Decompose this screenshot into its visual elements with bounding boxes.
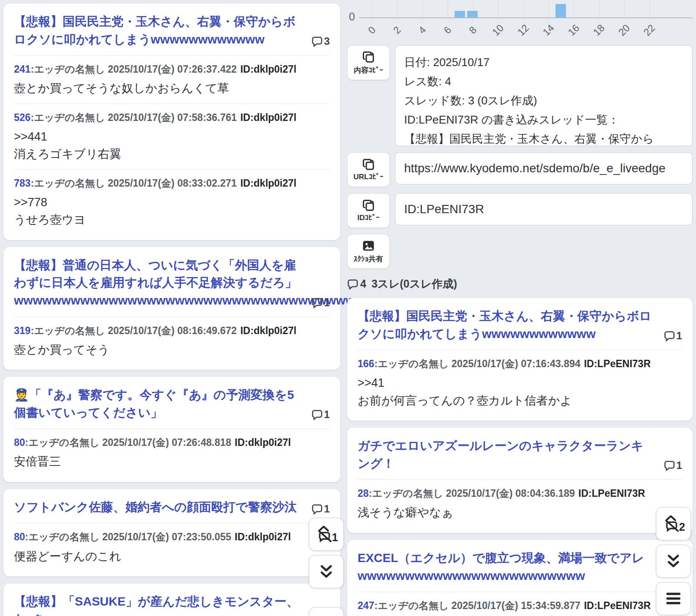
thread-title[interactable]: 👮「『あ』警察です。今すぐ『あ』の予測変換を5個書いていってください」: [14, 386, 301, 422]
chart-tick-label: 20: [614, 20, 634, 40]
post-body: >>778うせろ壺ウヨ: [14, 194, 330, 229]
thread-title[interactable]: 【悲報】国民民主党・玉木さん、右翼・保守からボロクソに叩かれてしまうwwwwww…: [14, 13, 301, 48]
post-id[interactable]: ID:LPeENI73R: [584, 358, 650, 369]
post-body-line: 壺とか買ってそうな奴しかおらんくて草: [14, 80, 330, 97]
post-number[interactable]: 166: [358, 358, 374, 369]
post-header: 80:エッヂの名無し2025/10/17(金) 07:23:50.055ID:d…: [14, 530, 330, 544]
copy-content-button[interactable]: 内容ｺﾋﾟｰ: [347, 45, 390, 80]
post-header: 319:エッヂの名無し2025/10/17(金) 08:16:49.672ID:…: [14, 324, 330, 338]
post-body-line: >>441: [14, 128, 330, 146]
post-body-line: >>778: [14, 194, 330, 211]
thread-title[interactable]: ガチでエロいアズールレーンのキャラクターランキング！: [358, 437, 653, 472]
post-number[interactable]: 80: [14, 437, 25, 448]
ng-count: 1: [332, 531, 338, 544]
chart-gridline: [574, 0, 574, 22]
post-number[interactable]: 319: [14, 325, 30, 336]
reply-count: 1: [676, 459, 682, 472]
post-datetime: 2025/10/17(金) 08:04:36.189: [446, 488, 575, 499]
chevrons-down-icon: [664, 552, 683, 571]
thread-title[interactable]: 【悲報】普通の日本人、ついに気づく「外国人を雇わずに日本人を雇用すれば人手不足解…: [14, 257, 301, 310]
copy-url-label: URLｺﾋﾟｰ: [354, 173, 384, 181]
speech-bubble-icon: [664, 330, 675, 341]
post-number[interactable]: 783: [14, 177, 30, 189]
post-header: 166:エッヂの名無し2025/10/17(金) 07:16:43.894ID:…: [358, 357, 682, 371]
post-datetime: 2025/10/17(金) 07:16:43.894: [452, 358, 581, 369]
post: 247:エッヂの名無し2025/10/17(金) 15:34:59.877ID:…: [358, 592, 682, 616]
scroll-down-button[interactable]: [656, 545, 691, 578]
reply-count: 1: [324, 503, 330, 515]
post: 526:エッヂの名無し2025/10/17(金) 07:58:36.761ID:…: [14, 104, 330, 169]
post-id[interactable]: ID:dklp0i27l: [235, 437, 291, 448]
copy-icon: [362, 199, 375, 212]
posts-per-hour-chart: 0 0246810121416182022: [347, 0, 693, 45]
post-body: 便器どーすんのこれ: [14, 548, 330, 566]
post-id[interactable]: ID:LPeENI73R: [579, 488, 645, 499]
post-id[interactable]: ID:dklp0i27l: [240, 325, 296, 336]
post-number[interactable]: 28: [358, 488, 369, 499]
copy-id-label: IDｺﾋﾟｰ: [358, 214, 380, 222]
id-field[interactable]: ID:LPeENI73R: [395, 193, 693, 225]
menu-button[interactable]: [656, 582, 691, 615]
post-header: 247:エッヂの名無し2025/10/17(金) 15:34:59.877ID:…: [358, 599, 682, 613]
url-field[interactable]: https://www.kyodemo.net/sdemo/b/e_e_live…: [395, 152, 693, 184]
thread-title[interactable]: EXCEL（エクセル）で腹立つ現象、満場一致でアレwwwwwwwwwwwwwww…: [358, 549, 653, 585]
post-body-line: 消えろゴキブリ右翼: [14, 145, 330, 163]
post-body: 安倍晋三: [14, 453, 330, 471]
post-id[interactable]: ID:LPeENI73R: [584, 600, 650, 611]
ng-filter-button[interactable]: 1: [309, 518, 344, 551]
post-number[interactable]: 247: [358, 600, 374, 611]
reply-count: 1: [324, 408, 330, 421]
chart-bar: [555, 4, 566, 17]
post-body-line: >>41: [358, 374, 682, 392]
chart-gridline: [397, 0, 398, 22]
post-datetime: 2025/10/17(金) 15:34:59.877: [452, 600, 581, 611]
menu-icon: [664, 589, 683, 608]
thread-card: 【悲報】国民民主党・玉木さん、右翼・保守からボロクソに叩かれてしまうwwwwww…: [3, 3, 340, 240]
speech-bubble-icon: [311, 409, 323, 420]
scroll-down-button[interactable]: [309, 555, 344, 588]
chart-tick-label: 18: [589, 20, 609, 40]
chart-gridline: [624, 0, 625, 22]
thread-title[interactable]: 【悲報】国民民主党・玉木さん、右翼・保守からボロクソに叩かれてしまうwwwwww…: [358, 308, 653, 343]
chart-gridline: [599, 0, 599, 22]
chart-gridline: [523, 0, 524, 22]
post-header: 783:エッヂの名無し2025/10/17(金) 08:33:02.271ID:…: [14, 177, 330, 190]
chart-tick-label: 8: [463, 20, 482, 40]
speech-bubble-icon: [311, 297, 323, 308]
post-id[interactable]: ID:dklp0i27l: [240, 177, 296, 189]
post-datetime: 2025/10/17(金) 08:16:49.672: [108, 325, 237, 336]
copy-content-label: 内容ｺﾋﾟｰ: [354, 65, 383, 75]
post-body: >>41お前が何言ってんの？壺カルト信者かよ: [358, 374, 682, 409]
thread-card: 【悲報】国民民主党・玉木さん、右翼・保守からボロクソに叩かれてしまうwwwwww…: [347, 298, 693, 421]
post-author: :エッヂの名無し: [30, 325, 105, 336]
post: 28:エッヂの名無し2025/10/17(金) 08:04:36.189ID:L…: [358, 479, 682, 528]
post-body: 壺とか買ってそうな奴しかおらんくて草: [14, 80, 330, 97]
chart-gridline: [498, 0, 499, 22]
post-id[interactable]: ID:dklp0i27l: [240, 64, 296, 75]
chart-gridline: [372, 0, 372, 22]
right-detail-column: 0 0246810121416182022 内容ｺﾋﾟｰ 日付: 2025/10…: [347, 0, 693, 616]
id-summary-box[interactable]: 日付: 2025/10/17レス数: 4スレッド数: 3 (0スレ作成)ID:L…: [395, 45, 693, 146]
reply-count-badge: 3: [311, 35, 330, 47]
post: 80:エッヂの名無し2025/10/17(金) 07:26:48.818ID:d…: [14, 429, 330, 477]
chart-tick-label: 0: [362, 20, 381, 40]
copy-url-button[interactable]: URLｺﾋﾟｰ: [347, 152, 390, 187]
copy-id-button[interactable]: IDｺﾋﾟｰ: [347, 193, 390, 228]
screenshot-share-label: ｽｸｼｮ共有: [354, 254, 383, 264]
ng-filter-button[interactable]: 2: [656, 507, 691, 540]
chart-gridline: [649, 0, 650, 22]
post-id[interactable]: ID:dklp0i27l: [240, 112, 296, 123]
post-number[interactable]: 80: [14, 531, 25, 542]
post: 319:エッヂの名無し2025/10/17(金) 08:16:49.672ID:…: [14, 317, 330, 365]
post-id[interactable]: ID:dklp0i27l: [235, 531, 291, 542]
id-summary-line: 【悲報】国民民主党・玉木さん、右翼・保守から: [404, 129, 683, 146]
thread-title[interactable]: ソフトバンク佐藤、婚約者への顔面殴打で警察沙汰: [14, 499, 301, 516]
id-summary-line: スレッド数: 3 (0スレ作成): [404, 91, 683, 110]
post-number[interactable]: 241: [14, 64, 30, 75]
post-body-line: 壺とか買ってそう: [14, 341, 330, 359]
menu-button[interactable]: [309, 607, 344, 616]
post-body: >>441消えろゴキブリ右翼: [14, 128, 330, 163]
post-number[interactable]: 526: [14, 112, 30, 123]
thread-title[interactable]: 【悲報】「SASUKE」が産んだ悲しきモンスター、ヤバい: [14, 593, 301, 616]
screenshot-share-button[interactable]: ｽｸｼｮ共有: [347, 234, 390, 269]
